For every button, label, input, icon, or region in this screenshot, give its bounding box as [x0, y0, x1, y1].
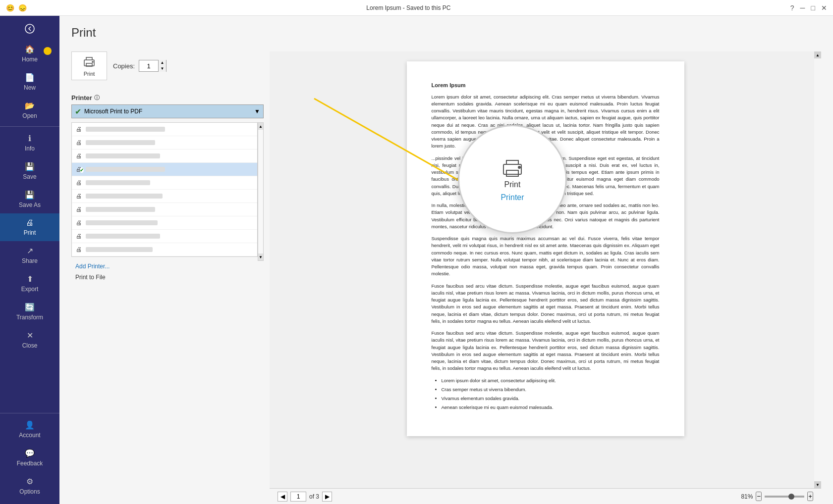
page-number-input[interactable]	[290, 492, 306, 502]
printer-list-name	[86, 180, 150, 185]
printer-list-name	[86, 194, 163, 199]
maximize-button[interactable]: □	[811, 4, 815, 12]
emoji-sad-icon[interactable]: 😞	[18, 4, 27, 12]
printer-list-item[interactable]: 🖨	[72, 123, 257, 136]
printer-green-check: ✔	[80, 167, 84, 173]
sidebar-divider	[0, 126, 59, 127]
sidebar-item-options[interactable]: ⚙ Options	[0, 472, 59, 500]
printer-dropdown[interactable]: ✔ Microsoft Print to PDF ▼	[71, 104, 264, 118]
printer-list-scrollbar[interactable]: ▲ ▼	[258, 122, 264, 261]
sidebar-item-close[interactable]: ✕ Close	[0, 326, 59, 354]
print-btn-label: Print	[84, 71, 95, 77]
printer-list-item[interactable]: 🖨	[72, 230, 257, 243]
printer-list-name	[86, 167, 165, 172]
options-icon: ⚙	[26, 477, 33, 486]
printer-list-name	[86, 247, 153, 252]
zoom-plus-button[interactable]: +	[807, 492, 813, 501]
copies-up[interactable]: ▲	[159, 60, 166, 66]
printer-list-icon: 🖨	[76, 179, 82, 186]
printer-scroll-down[interactable]: ▼	[258, 253, 263, 260]
sidebar-item-export[interactable]: ⬆ Export	[0, 269, 59, 298]
sidebar-item-label: Close	[22, 342, 38, 349]
printer-info-icon[interactable]: ⓘ	[94, 94, 100, 101]
printer-list: 🖨 🖨 🖨 🖨	[71, 122, 258, 257]
copies-down[interactable]: ▼	[159, 66, 166, 72]
sidebar-item-feedback[interactable]: 💬 Feedback	[0, 444, 59, 472]
preview-scroll-up[interactable]: ▲	[814, 51, 821, 58]
sidebar-item-label: Open	[22, 112, 37, 119]
svg-point-3	[92, 61, 93, 62]
print-button-row: Print Copies: ▲ ▼	[71, 51, 264, 80]
preview-scrollbar[interactable]: ▲ ▼	[814, 51, 821, 488]
app-body: 🏠 Home 📄 New 📂 Open ℹ Info 💾 Save 💾 Save…	[0, 16, 833, 504]
sidebar-item-save[interactable]: 💾 Save	[0, 157, 59, 185]
zoom-controls: 81% − +	[741, 492, 813, 501]
printer-list-item[interactable]: 🖨	[72, 136, 257, 150]
copies-field[interactable]	[139, 62, 158, 70]
zoom-slider-thumb[interactable]	[788, 494, 794, 500]
share-icon: ↗	[27, 246, 33, 255]
body-paragraph-4: Suspendisse quis magna quis mauris maxim…	[432, 235, 660, 278]
sidebar-item-share[interactable]: ↗ Share	[0, 241, 59, 269]
sidebar-item-open[interactable]: 📂 Open	[0, 96, 59, 124]
printer-list-container: 🖨 🖨 🖨 🖨	[71, 122, 264, 261]
printer-list-item[interactable]: 🖨	[72, 203, 257, 216]
printer-list-icon: 🖨	[76, 139, 82, 146]
zoom-minus-button[interactable]: −	[756, 492, 762, 501]
sidebar-back-button[interactable]	[0, 20, 59, 38]
preview-scroll-down[interactable]: ▼	[814, 481, 821, 488]
page-next-button[interactable]: ▶	[322, 492, 332, 502]
printer-dropdown-arrow: ▼	[254, 108, 260, 115]
printer-selected-label: ✔ Microsoft Print to PDF	[75, 107, 142, 116]
help-icon[interactable]: ?	[790, 4, 794, 12]
add-printer-link[interactable]: Add Printer...	[71, 261, 264, 272]
page-title: Print	[71, 26, 821, 40]
printer-list-item[interactable]: 🖨	[72, 190, 257, 203]
print-button[interactable]: Print	[71, 51, 107, 80]
body-paragraph-5: Fusce faucibus sed arcu vitae dictum. Su…	[432, 283, 660, 325]
close-button[interactable]: ✕	[821, 4, 827, 12]
printer-list-icon: 🖨	[76, 206, 82, 213]
list-item: Vivamus elementum sodales gravida.	[442, 395, 660, 402]
save-icon: 💾	[25, 162, 35, 171]
sidebar-item-label: Home	[22, 56, 38, 63]
printer-list-item[interactable]: 🖨	[72, 216, 257, 230]
print-content: Print Copies: ▲ ▼	[59, 51, 833, 504]
printer-list-item[interactable]: 🖨	[72, 176, 257, 190]
printer-list-name	[86, 234, 160, 239]
sidebar-item-transform[interactable]: 🔄 Transform	[0, 298, 59, 326]
sidebar-item-print[interactable]: 🖨 Print	[0, 213, 59, 241]
titlebar-title: Lorem Ipsum - Saved to this PC	[27, 4, 790, 11]
print-icon: 🖨	[26, 218, 34, 227]
minimize-button[interactable]: ─	[800, 4, 805, 12]
sidebar-item-saveas[interactable]: 💾 Save As	[0, 185, 59, 213]
info-icon: ℹ	[28, 134, 31, 143]
zoom-level-label: 81%	[741, 493, 753, 500]
zoom-slider[interactable]	[765, 496, 804, 498]
saveas-icon: 💾	[25, 190, 35, 200]
sidebar-item-account[interactable]: 👤 Account	[0, 415, 59, 444]
list-item: Cras semper metus ut viverra bibendum.	[442, 386, 660, 393]
printer-list-item[interactable]: 🖨	[72, 243, 257, 256]
sidebar-item-home[interactable]: 🏠 Home	[0, 40, 59, 68]
sidebar-item-new[interactable]: 📄 New	[0, 68, 59, 96]
sidebar: 🏠 Home 📄 New 📂 Open ℹ Info 💾 Save 💾 Save…	[0, 16, 59, 504]
printer-scroll-track	[258, 130, 263, 253]
printer-select-row: ✔ Microsoft Print to PDF ▼	[71, 104, 264, 118]
print-area: Print Print Copies:	[59, 16, 833, 504]
preview-scroll[interactable]: Lorem Ipsum Lorem ipsum dolor sit amet, …	[270, 51, 821, 488]
printer-list-name	[86, 127, 165, 132]
printer-list-item[interactable]: 🖨	[72, 150, 257, 163]
titlebar: 😊 😞 Lorem Ipsum - Saved to this PC ? ─ □…	[0, 0, 833, 16]
printer-list-name	[86, 140, 155, 145]
sidebar-item-info[interactable]: ℹ Info	[0, 129, 59, 157]
printer-scroll-up[interactable]: ▲	[258, 123, 263, 130]
emoji-happy-icon[interactable]: 😊	[6, 4, 14, 12]
page-prev-button[interactable]: ◀	[278, 492, 287, 502]
sidebar-item-label: Account	[19, 432, 40, 439]
body-paragraph-3: In nulla, molestie sed felis vel, egesta…	[432, 202, 660, 230]
print-to-file-link[interactable]: Print to File	[71, 272, 264, 283]
transform-icon: 🔄	[25, 302, 35, 312]
printer-list-item-selected[interactable]: 🖨 ✔	[72, 163, 257, 176]
sidebar-item-label: Save	[23, 173, 36, 180]
